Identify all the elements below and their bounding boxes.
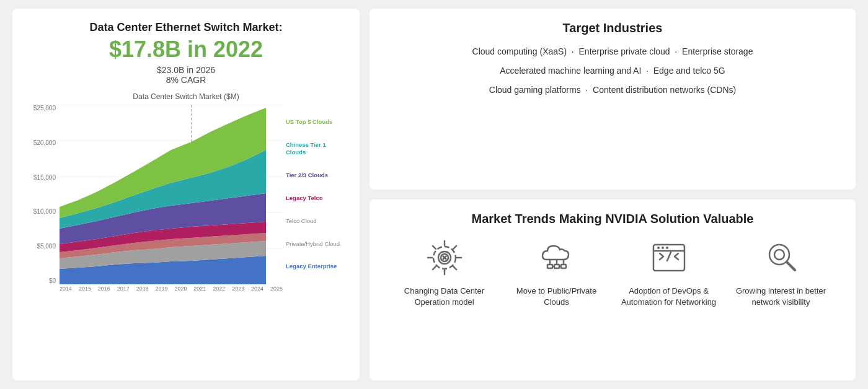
x-label-2023: 2023 bbox=[232, 286, 244, 292]
x-label-2020: 2020 bbox=[174, 286, 187, 292]
target-industries-section: Target Industries Cloud computing (XaaS)… bbox=[370, 9, 856, 190]
market-sub2: 8% CAGR bbox=[27, 75, 345, 85]
legend-chinese: Chinese Tier 1 Clouds bbox=[286, 141, 345, 157]
svg-point-31 bbox=[666, 247, 668, 249]
y-label: $5,000 bbox=[27, 243, 58, 250]
x-label-2025: 2025 bbox=[270, 286, 283, 292]
x-label-2015: 2015 bbox=[79, 286, 91, 292]
y-label: $0 bbox=[27, 278, 58, 284]
x-label-2016: 2016 bbox=[98, 286, 110, 292]
chart-svg bbox=[60, 105, 283, 284]
trend-cloud: Move to Public/Private Clouds bbox=[507, 236, 606, 308]
market-value: $17.8B in 2022 bbox=[27, 37, 345, 63]
chart-area: Data Center Switch Market ($M) $25,000 $… bbox=[27, 92, 345, 368]
legend-us-top5: US Top 5 Clouds bbox=[286, 118, 345, 126]
trend-devops: Adoption of DevOps & Automation for Netw… bbox=[619, 236, 719, 308]
industry-row-3: Cloud gaming platforms · Content distrib… bbox=[388, 84, 837, 97]
trend-datacenter-label: Changing Data Center Operation model bbox=[395, 286, 494, 308]
industry-row-1: Cloud computing (XaaS) · Enterprise priv… bbox=[388, 45, 837, 58]
trend-devops-label: Adoption of DevOps & Automation for Netw… bbox=[619, 286, 719, 308]
x-label-2018: 2018 bbox=[136, 286, 149, 292]
target-industries-title: Target Industries bbox=[388, 21, 837, 35]
y-label: $25,000 bbox=[27, 105, 58, 111]
svg-rect-21 bbox=[561, 264, 566, 268]
right-panel: Target Industries Cloud computing (XaaS)… bbox=[370, 9, 856, 380]
industry-row-2: Accelerated machine learning and AI · Ed… bbox=[388, 64, 837, 77]
chart-title: Data Center Switch Market ($M) bbox=[27, 92, 345, 101]
legend-telco-cloud: Telco Cloud bbox=[286, 217, 345, 225]
y-label: $20,000 bbox=[27, 139, 58, 146]
trends-grid: Changing Data Center Operation model bbox=[388, 236, 837, 308]
legend-legacy-enterprise: Legacy Enterprise bbox=[286, 263, 345, 270]
x-axis: 2014 2015 2016 2017 2018 2019 2020 2021 … bbox=[60, 286, 283, 303]
svg-line-35 bbox=[787, 262, 795, 270]
legend-private-hybrid: Private/Hybrid Cloud bbox=[286, 240, 345, 248]
svg-rect-20 bbox=[554, 264, 559, 268]
market-trends-title: Market Trends Making NVIDIA Solution Val… bbox=[388, 212, 837, 226]
svg-rect-19 bbox=[547, 264, 552, 268]
svg-point-30 bbox=[662, 247, 664, 249]
trend-datacenter: Changing Data Center Operation model bbox=[395, 236, 494, 308]
x-label-2014: 2014 bbox=[60, 286, 72, 292]
y-axis: $25,000 $20,000 $15,000 $10,000 $5,000 $… bbox=[27, 105, 58, 284]
x-label-2019: 2019 bbox=[156, 286, 168, 292]
svg-line-32 bbox=[667, 252, 671, 261]
trend-cloud-label: Move to Public/Private Clouds bbox=[507, 286, 606, 308]
code-icon bbox=[647, 236, 691, 279]
y-label: $10,000 bbox=[27, 208, 58, 215]
x-label-2021: 2021 bbox=[193, 286, 206, 292]
svg-point-34 bbox=[774, 250, 784, 260]
x-label-2017: 2017 bbox=[117, 286, 130, 292]
legend-legacy-telco: Legacy Telco bbox=[286, 194, 345, 202]
left-panel: Data Center Ethernet Switch Market: $17.… bbox=[12, 9, 360, 380]
trend-visibility: Growing interest in better network visib… bbox=[732, 236, 831, 308]
market-title: Data Center Ethernet Switch Market: bbox=[27, 21, 345, 34]
legend-area: US Top 5 Clouds Chinese Tier 1 Clouds Ti… bbox=[286, 105, 345, 284]
legend-tier23: Tier 2/3 Clouds bbox=[286, 172, 345, 179]
cloud-icon bbox=[535, 236, 578, 279]
x-label-2022: 2022 bbox=[213, 286, 225, 292]
trend-visibility-label: Growing interest in better network visib… bbox=[732, 286, 831, 308]
market-trends-section: Market Trends Making NVIDIA Solution Val… bbox=[370, 199, 856, 380]
gear-icon bbox=[423, 236, 466, 279]
y-label: $15,000 bbox=[27, 174, 58, 181]
x-label-2024: 2024 bbox=[251, 286, 264, 292]
chart-wrapper: $25,000 $20,000 $15,000 $10,000 $5,000 $… bbox=[27, 105, 345, 303]
search-icon bbox=[760, 236, 803, 279]
svg-point-29 bbox=[657, 247, 660, 249]
market-sub1: $23.0B in 2026 bbox=[27, 65, 345, 75]
